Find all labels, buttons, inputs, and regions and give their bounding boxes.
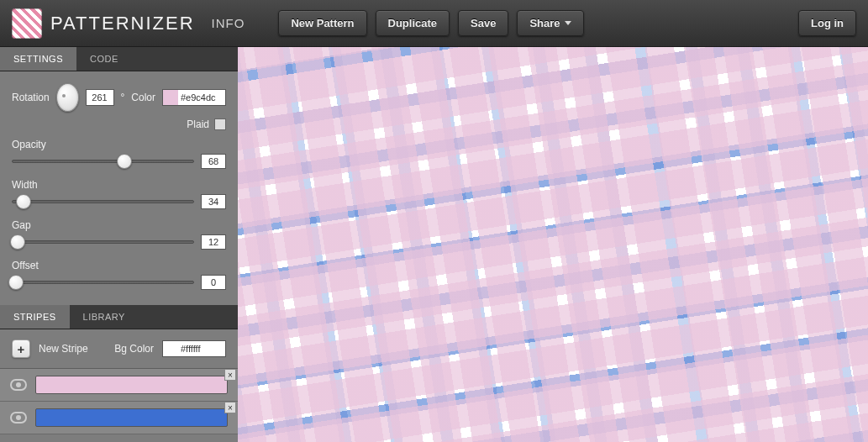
new-pattern-button[interactable]: New Pattern [278,10,366,36]
tab-settings[interactable]: SETTINGS [0,47,76,71]
degree-symbol: ° [121,92,125,103]
share-button[interactable]: Share [517,10,583,36]
new-pattern-label: New Pattern [291,17,354,29]
logo-block: PATTERNIZER [12,8,195,39]
plaid-checkbox[interactable] [214,118,226,130]
bgcolor-hex-input[interactable] [178,341,225,356]
info-link[interactable]: INFO [212,16,245,30]
offset-label: Offset [12,260,226,271]
pattern-canvas [238,47,868,442]
settings-panel: Rotation ° Color Plaid Opacity [0,71,238,305]
tab-library[interactable]: LIBRARY [70,305,139,329]
visibility-icon[interactable] [10,379,27,391]
tab-stripes[interactable]: STRIPES [0,305,70,329]
bgcolor-field[interactable] [162,340,226,357]
offset-slider[interactable] [12,281,194,284]
visibility-icon[interactable] [10,412,27,424]
share-label: Share [529,17,560,29]
opacity-slider[interactable] [12,160,194,163]
logo-icon [12,8,42,39]
color-label: Color [131,92,155,103]
stripe-item[interactable]: × [0,369,238,402]
stripe-list: × × [0,368,238,434]
width-thumb[interactable] [16,194,31,209]
opacity-thumb[interactable] [117,154,132,169]
gap-value[interactable] [201,234,226,250]
duplicate-label: Duplicate [388,17,438,29]
add-stripe-button[interactable]: + [12,339,30,358]
color-hex-input[interactable] [178,90,225,105]
login-label: Log in [811,17,844,29]
opacity-value[interactable] [201,154,226,169]
rotation-input[interactable] [86,89,114,106]
width-value[interactable] [201,194,226,209]
offset-value[interactable] [201,275,226,290]
login-button[interactable]: Log in [798,10,856,36]
top-actions: New Pattern Duplicate Save Share [278,10,583,36]
stripe-swatch[interactable] [35,376,228,394]
width-label: Width [12,179,226,191]
gap-label: Gap [12,219,226,231]
rotation-label: Rotation [12,92,50,103]
color-field[interactable] [162,89,226,106]
plaid-label: Plaid [187,118,209,130]
bgcolor-label: Bg Color [114,343,154,355]
rotation-knob[interactable] [56,83,79,112]
tabs-stripes-library: STRIPES LIBRARY [0,305,238,329]
chevron-down-icon [565,21,571,25]
stripe-item[interactable]: × [0,402,238,434]
tabs-settings-code: SETTINGS CODE [0,47,238,71]
remove-stripe-button[interactable]: × [224,402,236,413]
remove-stripe-button[interactable]: × [224,369,236,381]
save-button[interactable]: Save [458,10,508,36]
tab-code[interactable]: CODE [76,47,132,71]
gap-thumb[interactable] [10,234,25,250]
save-label: Save [471,17,496,29]
logo-text: PATTERNIZER [50,13,195,34]
duplicate-button[interactable]: Duplicate [376,10,450,36]
offset-thumb[interactable] [8,275,24,290]
topbar: PATTERNIZER INFO New Pattern Duplicate S… [0,0,868,47]
stripe-swatch[interactable] [35,408,228,427]
color-swatch [163,90,178,105]
gap-slider[interactable] [12,240,194,244]
new-stripe-label: New Stripe [39,343,88,355]
bgcolor-swatch [163,341,178,356]
sidebar: SETTINGS CODE Rotation ° Color Plaid Opa [0,47,238,442]
opacity-label: Opacity [12,139,226,150]
stripes-header: + New Stripe Bg Color [0,329,238,368]
width-slider[interactable] [12,200,194,203]
